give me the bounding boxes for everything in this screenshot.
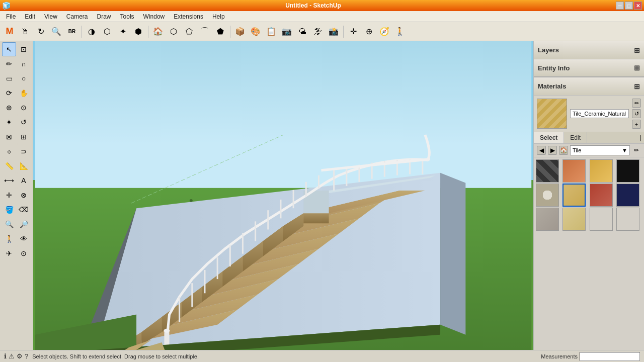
toolbar-axes[interactable]: ✛ [346,24,361,39]
add-to-collection-icon[interactable]: + [632,120,641,129]
toolbar-house[interactable]: 🏠 [150,24,166,39]
toolbar-section[interactable]: ⊕ [361,24,376,39]
toolbar-matchphoto[interactable]: 📸 [326,24,341,39]
material-cell-6[interactable] [590,184,613,207]
tool-section[interactable]: ⊗ [17,188,31,202]
toolbar-style4[interactable]: ⬢ [131,24,146,39]
tool-paint[interactable]: 🪣 [2,203,16,217]
mat-tab-select[interactable]: Select [534,132,564,143]
tool-pencil[interactable]: ✏ [2,57,16,71]
menu-draw[interactable]: Draw [93,12,115,21]
tool-circle[interactable]: ○ [17,71,31,85]
toolbar-fog[interactable]: 🌫 [310,24,326,39]
viewport[interactable] [33,41,533,350]
tool-text[interactable]: A [17,173,31,188]
toolbar-cursor[interactable]: 🖱 [18,24,33,39]
toolbar-materials[interactable]: 🎨 [248,24,263,39]
tool-pushpull[interactable]: ⊞ [17,130,31,144]
toolbar-style2[interactable]: ⬡ [100,24,115,39]
3d-viewport[interactable] [33,41,533,350]
material-edit-pencil-icon[interactable]: ✏ [632,146,641,155]
tool-proto[interactable]: 📐 [17,159,31,173]
maximize-button[interactable]: □ [625,2,633,10]
measurements-input[interactable] [580,352,640,361]
toolbar-style3[interactable]: ✦ [115,24,130,39]
menu-help[interactable]: Help [208,12,229,21]
tool-zoom-ext[interactable]: ⊙ [17,101,31,115]
sample-paint-icon[interactable]: ✏ [632,99,641,108]
minimize-button[interactable]: ─ [616,2,624,10]
tool-scale[interactable]: ⊠ [2,130,16,144]
toolbar-layers[interactable]: 📋 [264,24,279,39]
menu-edit[interactable]: Edit [21,12,39,21]
tool-lookat[interactable]: 👁 [17,232,31,246]
toolbar-poly[interactable]: ⬟ [213,24,228,39]
menu-view[interactable]: View [40,12,61,21]
mat-search-icon[interactable]: | [636,132,644,143]
toolbar-navigate[interactable]: 🧭 [377,24,392,39]
tool-rectangle[interactable]: ▭ [2,71,16,85]
tool-orbit[interactable]: ⟳ [2,86,16,100]
toolbar-zoom[interactable]: 🔍 [49,24,64,39]
toolbar-walkthrough[interactable]: 🚶 [392,24,408,39]
material-nav-home[interactable]: 🏠 [559,146,568,155]
material-cell-10[interactable] [590,208,613,231]
close-button[interactable]: ✕ [634,2,642,10]
material-cell-2[interactable] [590,159,613,183]
toolbar-sketchup-icon[interactable]: M [2,24,17,39]
material-cell-3[interactable] [616,159,639,183]
tool-turnone[interactable]: ⊙ [17,246,31,260]
toolbar-orbit[interactable]: ↻ [33,24,48,39]
tool-eraser[interactable]: ⌫ [17,203,31,217]
entity-info-expand-icon[interactable]: ⊞ [634,64,640,72]
toolbar-style1[interactable]: ◑ [84,24,99,39]
tool-followme[interactable]: ⟐ [2,144,16,158]
status-settings-icon[interactable]: ⚙ [17,352,23,360]
reset-material-icon[interactable]: ↺ [632,109,641,118]
tool-zoom-anim[interactable]: 🔍 [2,217,16,231]
material-cell-1[interactable] [562,159,586,183]
tool-move[interactable]: ✦ [2,115,16,129]
menu-extensions[interactable]: Extensions [170,12,207,21]
tool-tape[interactable]: 📏 [2,159,16,173]
menu-window[interactable]: Window [139,12,169,21]
toolbar-arc[interactable]: ⌒ [197,24,212,39]
toolbar-components[interactable]: 📦 [232,24,248,39]
tool-dimension[interactable]: ⟷ [2,173,16,188]
material-cell-0[interactable] [536,159,559,183]
menu-tools[interactable]: Tools [116,12,138,21]
menu-camera[interactable]: Camera [62,12,92,21]
toolbar-shape[interactable]: ⬠ [182,24,197,39]
toolbar-cube[interactable]: ⬡ [166,24,181,39]
tool-select[interactable]: ↖ [2,42,16,56]
tool-position-camera[interactable]: ✈ [2,246,16,260]
material-cell-9[interactable] [562,208,586,231]
tool-arc[interactable]: ∩ [17,57,31,71]
material-category-dropdown[interactable]: Tile ▼ [570,145,630,155]
status-help-icon[interactable]: ? [25,352,28,360]
tool-axes[interactable]: ✛ [2,188,16,202]
toolbar-scenes[interactable]: 📷 [279,24,294,39]
material-nav-forward[interactable]: ▶ [548,146,557,155]
layers-expand-icon[interactable]: ⊞ [634,46,640,54]
tool-zoom-window[interactable]: ⊕ [2,101,16,115]
menu-file[interactable]: File [2,12,20,21]
tool-rotate[interactable]: ↺ [17,115,31,129]
material-cell-11[interactable] [616,208,639,231]
toolbar-shadows[interactable]: 🌤 [295,24,310,39]
tool-walk[interactable]: 🚶 [2,232,16,246]
materials-expand-icon[interactable]: ⊞ [634,82,640,90]
toolbar-br[interactable]: BR [64,24,79,39]
material-cell-5[interactable] [562,184,586,207]
material-nav-back[interactable]: ◀ [537,146,546,155]
tool-offset[interactable]: ⊃ [17,144,31,158]
tool-select-extend[interactable]: ⊡ [17,42,31,56]
tool-pan[interactable]: ✋ [17,86,31,100]
tool-zoom-box[interactable]: 🔎 [17,217,31,231]
material-cell-7[interactable] [616,184,639,207]
right-panel: Layers ⊞ Entity Info ⊞ Materials ⊞ Tile_… [533,41,644,350]
material-cell-4[interactable] [536,184,559,207]
material-name-field[interactable]: Tile_Ceramic_Natural [570,109,629,118]
material-cell-8[interactable] [536,208,559,231]
mat-tab-edit[interactable]: Edit [564,132,587,143]
